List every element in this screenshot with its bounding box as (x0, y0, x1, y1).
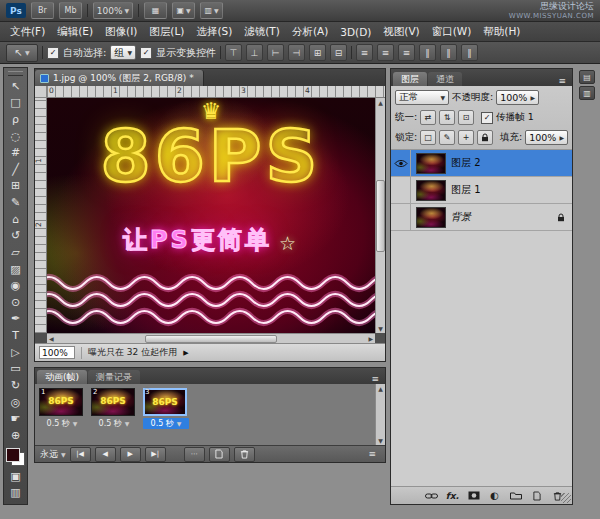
zoom-tool[interactable]: ⊕ (5, 427, 26, 444)
show-transform-checkbox[interactable]: ✓ (140, 47, 152, 59)
canvas[interactable]: ♛ 86PS 让PS更简单☆ (47, 98, 375, 333)
lock-position-icon[interactable]: + (458, 130, 474, 145)
minibridge-icon[interactable]: Mb (59, 2, 82, 19)
screen-mode-icon[interactable]: ▥ ▼ (200, 2, 223, 19)
distribute-right-icon[interactable]: ∥ (461, 44, 478, 61)
panel-menu-icon[interactable]: ≡ (364, 449, 380, 459)
horizontal-ruler[interactable]: 0 1 2 3 4 (47, 86, 385, 98)
layer-row-layer2[interactable]: 图层 2 (391, 150, 572, 177)
lasso-tool[interactable]: ρ (5, 111, 26, 128)
delete-frame-button[interactable] (234, 447, 255, 462)
previous-frame-button[interactable]: ◀ (95, 447, 116, 462)
loop-count-dropdown[interactable]: 永远 ▼ (40, 448, 66, 461)
quick-selection-tool[interactable]: ◌ (5, 128, 26, 145)
color-swatches[interactable] (6, 448, 25, 466)
3d-rotate-tool[interactable]: ↻ (5, 377, 26, 394)
frame-thumbnail[interactable]: 86PS (91, 388, 135, 416)
auto-select-checkbox[interactable]: ✓ (47, 47, 59, 59)
healing-brush-tool[interactable]: ⊞ (5, 178, 26, 195)
scroll-up-icon[interactable]: ▲ (378, 385, 383, 392)
lock-transparency-icon[interactable]: □ (420, 130, 436, 145)
tab-channels[interactable]: 通道 (428, 72, 462, 86)
menu-filter[interactable]: 滤镜(T) (238, 22, 286, 41)
add-mask-button[interactable] (467, 490, 480, 502)
align-right-icon[interactable]: ⊣ (288, 44, 305, 61)
dodge-tool[interactable]: ⊙ (5, 294, 26, 311)
layer-row-background[interactable]: 背景 (391, 204, 572, 231)
propagate-frame-checkbox[interactable]: ✓ (481, 112, 493, 124)
scroll-left-icon[interactable]: ◀ (49, 335, 54, 342)
hand-tool[interactable]: ☛ (5, 410, 26, 427)
screen-mode-button[interactable]: ▥ (5, 484, 26, 501)
layer-thumbnail[interactable] (416, 180, 446, 201)
menu-edit[interactable]: 编辑(E) (51, 22, 99, 41)
foreground-color-swatch[interactable] (6, 448, 20, 462)
frame-delay-dropdown[interactable]: 0.5 秒 ▼ (91, 418, 137, 429)
collapsed-panel-icon[interactable]: ▥ (579, 86, 595, 100)
distribute-top-icon[interactable]: ≡ (356, 44, 373, 61)
path-selection-tool[interactable]: ▷ (5, 344, 26, 361)
frame-delay-dropdown[interactable]: 0.5 秒 ▼ (39, 418, 85, 429)
type-tool[interactable]: T (5, 327, 26, 344)
menu-select[interactable]: 选择(S) (190, 22, 238, 41)
duplicate-frame-button[interactable] (209, 447, 230, 462)
align-center-h-icon[interactable]: ⊞ (309, 44, 326, 61)
collapsed-panel-icon[interactable]: ▤ (579, 70, 595, 84)
document-tab[interactable]: 1.jpg @ 100% (图层 2, RGB/8) * (35, 70, 204, 86)
status-zoom-field[interactable]: 100% (39, 346, 75, 359)
scrollbar-thumb[interactable] (376, 180, 385, 252)
brush-tool[interactable]: ✎ (5, 194, 26, 211)
tool-preset-picker[interactable]: ↖ ▼ (6, 44, 38, 62)
status-flyout-icon[interactable]: ▶ (183, 349, 188, 357)
auto-select-dropdown[interactable]: 组 ▼ (110, 45, 136, 60)
menu-file[interactable]: 文件(F) (4, 22, 51, 41)
zoom-level-field[interactable]: 100% ▼ (93, 2, 133, 19)
new-layer-button[interactable] (530, 490, 543, 502)
play-button[interactable]: ▶ (120, 447, 141, 462)
tab-measurement-log[interactable]: 测量记录 (88, 370, 140, 384)
vertical-scrollbar[interactable]: ▲ ▼ (375, 98, 385, 333)
align-bottom-icon[interactable]: ⊥ (246, 44, 263, 61)
tween-button[interactable]: ⋯ (184, 447, 205, 462)
bridge-icon[interactable]: Br (31, 2, 54, 19)
layer-name[interactable]: 背景 (451, 210, 471, 224)
distribute-middle-icon[interactable]: ≡ (377, 44, 394, 61)
adjustment-layer-button[interactable]: ◐ (488, 490, 501, 502)
frame-thumbnail[interactable]: 86PS (143, 388, 187, 416)
align-left-icon[interactable]: ⊢ (267, 44, 284, 61)
menu-layer[interactable]: 图层(L) (143, 22, 190, 41)
align-top-icon[interactable]: ⊤ (225, 44, 242, 61)
menu-window[interactable]: 窗口(W) (426, 22, 478, 41)
shape-tool[interactable]: ▭ (5, 361, 26, 378)
fill-field[interactable]: 100% ▶ (525, 130, 568, 145)
unify-visibility-icon[interactable]: ⇅ (439, 110, 455, 125)
tab-layers[interactable]: 图层 (393, 72, 427, 86)
animation-frame-3-selected[interactable]: 3 86PS 0.5 秒 ▼ (143, 388, 189, 443)
panel-resize-grip[interactable] (561, 493, 571, 503)
frames-scrollbar[interactable]: ▲ ▼ (375, 384, 385, 445)
scroll-right-icon[interactable]: ▶ (368, 335, 373, 342)
arrange-documents-icon[interactable]: ▣ ▼ (172, 2, 195, 19)
eraser-tool[interactable]: ▱ (5, 244, 26, 261)
panel-menu-icon[interactable]: ≡ (554, 76, 570, 86)
unify-position-icon[interactable]: ⇄ (420, 110, 436, 125)
gradient-tool[interactable]: ▨ (5, 261, 26, 278)
horizontal-scrollbar[interactable]: ◀ ▶ (47, 333, 375, 343)
animation-frame-1[interactable]: 1 86PS 0.5 秒 ▼ (39, 388, 85, 443)
layer-thumbnail[interactable] (416, 207, 446, 228)
scrollbar-thumb[interactable] (145, 335, 277, 343)
vertical-ruler[interactable]: 1 2 (35, 98, 47, 333)
next-frame-button[interactable]: ▶| (145, 447, 166, 462)
marquee-tool[interactable]: □ (5, 95, 26, 112)
view-extras-icon[interactable]: ▦ (144, 2, 167, 19)
menu-analysis[interactable]: 分析(A) (286, 22, 334, 41)
layer-thumbnail[interactable] (416, 153, 446, 174)
unify-style-icon[interactable]: ⊡ (458, 110, 474, 125)
history-brush-tool[interactable]: ↺ (5, 228, 26, 245)
frame-thumbnail[interactable]: 86PS (39, 388, 83, 416)
opacity-field[interactable]: 100% ▶ (496, 90, 539, 105)
frame-delay-dropdown[interactable]: 0.5 秒 ▼ (143, 418, 189, 429)
link-layers-button[interactable] (425, 490, 438, 502)
panel-menu-icon[interactable]: ≡ (367, 374, 383, 384)
distribute-left-icon[interactable]: ∥ (419, 44, 436, 61)
